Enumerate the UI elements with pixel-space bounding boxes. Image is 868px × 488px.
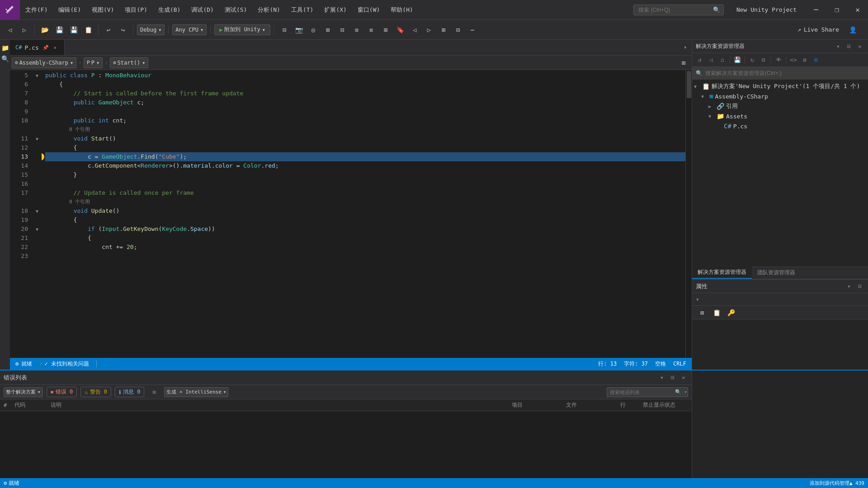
bookmark-button[interactable]: 🔖 [394, 23, 406, 36]
toolbar-btn-10[interactable]: ≡ [350, 23, 363, 36]
debug-mode-dropdown[interactable]: Debug ▾ [137, 24, 165, 35]
toolbar-btn-13[interactable]: ◁ [408, 23, 421, 36]
prop-alpha-button[interactable]: 🔑 [725, 306, 737, 319]
menu-debug[interactable]: 调试(D) [186, 0, 219, 20]
scroll-thumb[interactable] [687, 71, 691, 98]
method-dropdown[interactable]: ⚙ Start() ▾ [110, 57, 148, 68]
minimize-button[interactable]: ─ [806, 0, 826, 20]
toolbar-btn-11[interactable]: ≡ [365, 23, 377, 36]
toolbar-btn-6[interactable]: 📷 [292, 23, 305, 36]
toolbar-btn-12[interactable]: ⊞ [379, 23, 392, 36]
se-collapse-button[interactable]: ⊟ [759, 55, 769, 65]
live-share-button[interactable]: ↗ Live Share [794, 24, 843, 35]
open-file-button[interactable]: 📂 [38, 23, 51, 36]
toolbar-btn-15[interactable]: ⊞ [437, 23, 450, 36]
maximize-button[interactable]: ❐ [826, 0, 847, 20]
attach-unity-button[interactable]: ▶ 附加到 Unity ▾ [214, 24, 270, 35]
col-file-header[interactable]: 文件 [566, 401, 620, 409]
close-button[interactable]: ✕ [847, 0, 868, 20]
tab-close-button[interactable]: ✕ [52, 44, 59, 51]
se-home-button[interactable]: ⌂ [717, 55, 727, 65]
error-panel-close-button[interactable]: ✕ [679, 373, 688, 382]
search-input[interactable] [633, 5, 724, 15]
toolbar-btn-5[interactable]: ⊟ [278, 23, 291, 36]
error-search-input[interactable] [610, 389, 672, 395]
messages-badge[interactable]: ℹ 消息 0 [115, 387, 144, 397]
platform-dropdown[interactable]: Any CPU ▾ [172, 24, 207, 35]
menu-tools[interactable]: 工具(T) [286, 0, 319, 20]
warnings-badge[interactable]: ⚠ 警告 0 [80, 387, 111, 397]
se-sync-button[interactable]: ↺ [695, 55, 705, 65]
tab-solution-explorer[interactable]: 解决方案资源管理器 [692, 266, 752, 279]
menu-window[interactable]: 窗口(W) [352, 0, 385, 20]
menu-view[interactable]: 视图(V) [86, 0, 119, 20]
se-active-button[interactable]: ⊞ [811, 55, 821, 65]
se-code-view-button[interactable]: <> [788, 55, 798, 65]
build-filter-dropdown[interactable]: 生成 + IntelliSense ▾ [164, 387, 228, 397]
undo-button[interactable]: ↩ [102, 23, 115, 36]
vertical-scrollbar[interactable] [685, 70, 692, 358]
se-save-button[interactable]: 💾 [732, 55, 742, 65]
se-search-input[interactable] [705, 70, 864, 76]
col-suppress-header[interactable]: 禁止显示状态 [643, 401, 688, 409]
menu-build[interactable]: 生成(B) [153, 0, 186, 20]
toolbar-btn-9[interactable]: ⊟ [336, 23, 349, 36]
tab-dropdown-button[interactable]: ▾ [679, 40, 692, 55]
prop-category-button[interactable]: 📋 [710, 306, 723, 319]
col-line-header[interactable]: 行 [620, 401, 643, 409]
errors-badge[interactable]: ✖ 错误 0 [47, 387, 77, 397]
menu-project[interactable]: 项目(P) [119, 0, 152, 20]
se-refresh-button[interactable]: ↻ [747, 55, 757, 65]
redo-button[interactable]: ↪ [117, 23, 129, 36]
col-code-header[interactable]: 代码 [14, 401, 51, 409]
code-line-13[interactable]: 💡 c = GameObject.Find("Cube"); [45, 152, 685, 161]
save-button[interactable]: 💾 [53, 23, 66, 36]
save-all-button[interactable]: 💾 [67, 23, 80, 36]
pin-icon[interactable]: 📌 [42, 45, 49, 51]
tree-project[interactable]: ▼ ⊞ Assembly-CSharp [692, 91, 868, 101]
back-button[interactable]: ◁ [4, 23, 16, 36]
toolbar-btn-16[interactable]: ⊟ [452, 23, 464, 36]
fold-5[interactable]: ▼ [33, 71, 42, 80]
error-panel-float-button[interactable]: ⊡ [668, 373, 677, 382]
fold-20[interactable]: ▼ [33, 225, 42, 234]
toolbar-btn-17[interactable]: ⋯ [466, 23, 479, 36]
se-design-view-button[interactable]: ⚙ [800, 55, 810, 65]
se-back-button[interactable]: ◁ [706, 55, 716, 65]
tree-file-pcs[interactable]: ▶ C# P.cs [692, 121, 868, 131]
activity-explorer[interactable]: 📁 [0, 43, 9, 52]
properties-float-button[interactable]: ⊡ [855, 282, 864, 291]
col-project-header[interactable]: 项目 [512, 401, 566, 409]
menu-edit[interactable]: 编辑(E) [53, 0, 86, 20]
toolbar-btn-4[interactable]: 📋 [82, 23, 94, 36]
tree-references[interactable]: ▶ 🔗 引用 [692, 101, 868, 111]
code-content[interactable]: public class P : MonoBehaviour { // Star… [42, 70, 685, 358]
fold-18[interactable]: ▼ [33, 206, 42, 216]
tree-assets[interactable]: ▼ 📁 Assets [692, 111, 868, 121]
status-no-issues[interactable]: ✓ ✓ 未找到相关问题 [39, 360, 89, 368]
expand-editor-button[interactable]: ⊞ [677, 56, 690, 69]
menu-analyze[interactable]: 分析(N) [252, 0, 285, 20]
properties-pin-button[interactable]: ▾ [844, 282, 854, 291]
tab-team-explorer[interactable]: 团队资源管理器 [752, 266, 801, 279]
menu-help[interactable]: 帮助(H) [385, 0, 418, 20]
error-search-dropdown-icon[interactable]: ▾ [684, 389, 687, 395]
forward-button[interactable]: ▷ [18, 23, 31, 36]
menu-test[interactable]: 测试(S) [219, 0, 252, 20]
panel-float-button[interactable]: ⊡ [844, 42, 854, 51]
light-bulb-icon[interactable]: 💡 [42, 153, 44, 160]
toolbar-btn-8[interactable]: ⊞ [321, 23, 334, 36]
menu-extend[interactable]: 扩展(X) [319, 0, 352, 20]
toolbar-btn-14[interactable]: ▷ [423, 23, 435, 36]
se-show-all-button[interactable]: 👁 [774, 55, 783, 65]
error-panel-pin-button[interactable]: ▾ [657, 373, 666, 382]
build-intellisense-toggle[interactable]: ⊠ [148, 386, 160, 399]
fold-11[interactable]: ▼ [33, 134, 42, 143]
status-add-source[interactable]: 添加到源代码管理▲ 439 [810, 480, 864, 487]
panel-close-button[interactable]: ✕ [855, 42, 864, 51]
prop-grid-view-button[interactable]: ⊞ [696, 306, 708, 319]
scope-filter-dropdown[interactable]: 整个解决方案 ▾ [4, 387, 43, 397]
tree-solution[interactable]: ▼ 📋 解决方案'New Unity Project'(1 个项目/共 1 个) [692, 81, 868, 91]
class-dropdown[interactable]: P P ▾ [84, 57, 103, 68]
toolbar-btn-7[interactable]: ◎ [307, 23, 320, 36]
